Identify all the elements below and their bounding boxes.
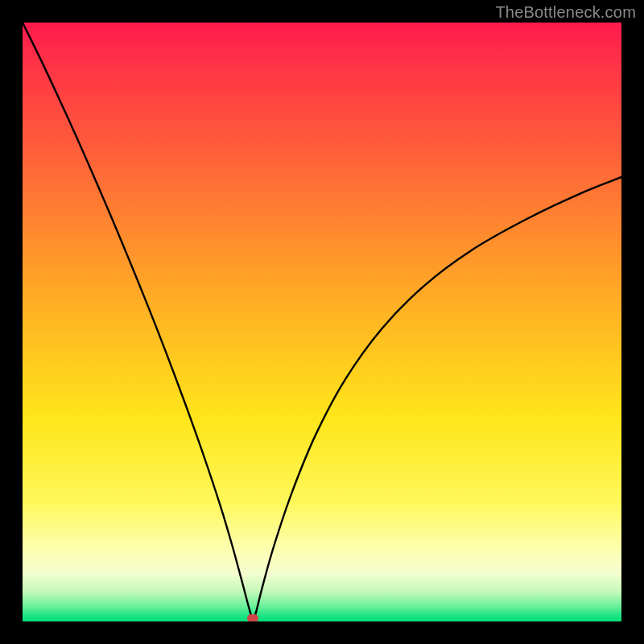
optimum-marker xyxy=(247,614,258,621)
bottleneck-curve xyxy=(23,23,621,618)
chart-frame: TheBottleneck.com xyxy=(0,0,644,644)
watermark-text: TheBottleneck.com xyxy=(495,3,636,22)
plot-area xyxy=(23,23,621,621)
curve-svg xyxy=(23,23,621,621)
